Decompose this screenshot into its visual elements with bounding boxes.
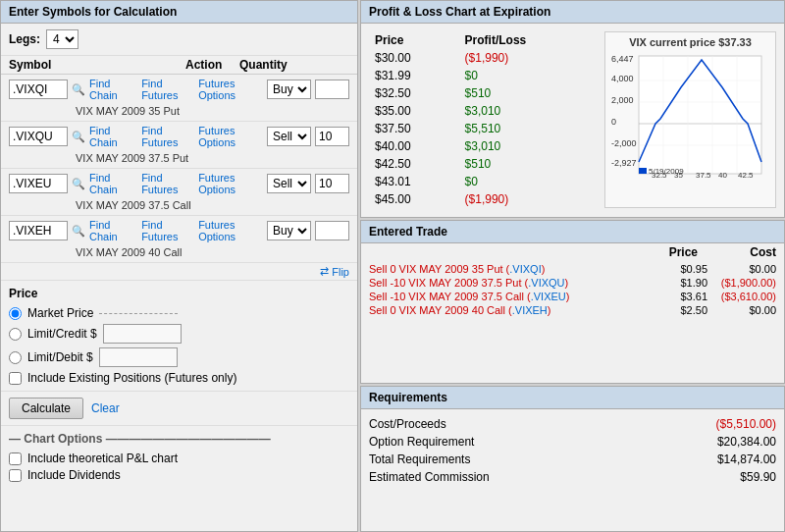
pnl-svg-chart: 6,447 4,000 2,000 0 -2,000 -2,927: [609, 52, 769, 180]
limit-debit-radio[interactable]: [9, 351, 22, 364]
svg-text:6,447: 6,447: [611, 54, 634, 64]
find-futures-link-1[interactable]: Find Futures: [141, 125, 192, 148]
find-chain-link-3[interactable]: Find Chain: [89, 219, 133, 242]
find-futures-link-3[interactable]: Find Futures: [141, 219, 192, 242]
pnl-value-8: ($1,990): [459, 190, 597, 208]
req-row-3: Estimated Commission $59.90: [369, 468, 776, 486]
pnl-value-6: $510: [459, 155, 597, 173]
qty-input-0[interactable]: [315, 80, 349, 99]
pnl-price-8: $45.00: [369, 190, 459, 208]
leg-symbol-input-0[interactable]: [9, 80, 68, 99]
action-select-0[interactable]: Buy Sell: [267, 80, 311, 99]
pnl-row-1: $31.99 $0: [369, 67, 597, 84]
leg-desc-0: VIX MAY 2009 35 Put: [68, 104, 357, 121]
leg-block-0: 🔍 Find Chain Find Futures Futures Option…: [1, 75, 357, 122]
leg-symbol-input-1[interactable]: [9, 127, 68, 146]
chart-options-header: — Chart Options ——————————————: [9, 432, 349, 446]
trade-row-0: Sell 0 VIX MAY 2009 35 Put (.VIXQI) $0.9…: [361, 262, 784, 276]
trade-desc-1: Sell -10 VIX MAY 2009 37.5 Put (.VIXQU): [369, 277, 649, 289]
trade-row-1: Sell -10 VIX MAY 2009 37.5 Put (.VIXQU) …: [361, 276, 784, 290]
market-price-radio[interactable]: [9, 307, 22, 320]
calculate-button[interactable]: Calculate: [9, 398, 83, 419]
qty-input-3[interactable]: [315, 221, 349, 240]
trade-link-3[interactable]: .VIXEH: [512, 304, 548, 316]
leg-row-3: 🔍 Find Chain Find Futures Futures Option…: [1, 216, 357, 245]
find-chain-link-2[interactable]: Find Chain: [89, 172, 133, 195]
trade-link-1[interactable]: .VIXQU: [528, 277, 564, 289]
svg-text:2,000: 2,000: [611, 95, 634, 105]
include-dividends-label: Include Dividends: [27, 468, 121, 482]
limit-debit-input[interactable]: [99, 347, 178, 367]
leg-symbol-input-2[interactable]: [9, 174, 68, 193]
et-spacer: [369, 245, 639, 259]
include-pl-chart-label: Include theoretical P&L chart: [27, 452, 178, 465]
futures-options-link-3[interactable]: Futures Options: [198, 219, 263, 242]
limit-credit-radio[interactable]: [9, 328, 22, 341]
pnl-price-6: $42.50: [369, 155, 459, 173]
pnl-row-0: $30.00 ($1,990): [369, 49, 597, 67]
leg-block-1: 🔍 Find Chain Find Futures Futures Option…: [1, 122, 357, 169]
pnl-price-7: $43.01: [369, 173, 459, 190]
futures-options-link-0[interactable]: Futures Options: [198, 78, 263, 101]
pnl-row-3: $35.00 $3,010: [369, 102, 597, 120]
pnl-value-3: $3,010: [459, 102, 597, 120]
market-price-label: Market Price: [27, 306, 93, 320]
trade-link-2[interactable]: .VIXEU: [531, 291, 566, 302]
trade-desc-3: Sell 0 VIX MAY 2009 40 Call (.VIXEH): [369, 304, 649, 316]
search-icon-1: 🔍: [72, 131, 85, 143]
pnl-value-2: $510: [459, 84, 597, 102]
legs-select[interactable]: 4 1 2 3: [46, 29, 78, 49]
pnl-value-4: $5,510: [459, 120, 597, 137]
leg-block-3: 🔍 Find Chain Find Futures Futures Option…: [1, 216, 357, 263]
svg-text:40: 40: [718, 171, 727, 180]
limit-debit-label: Limit/Debit $: [27, 350, 93, 364]
find-futures-link-2[interactable]: Find Futures: [141, 172, 192, 195]
req-value-1: $20,384.00: [678, 435, 776, 449]
find-futures-link-0[interactable]: Find Futures: [141, 78, 192, 101]
include-dividends-checkbox[interactable]: [9, 469, 22, 482]
pnl-price-2: $32.50: [369, 84, 459, 102]
pnl-price-0: $30.00: [369, 49, 459, 67]
action-select-2[interactable]: Buy Sell: [267, 174, 311, 193]
limit-credit-label: Limit/Credit $: [27, 327, 97, 341]
flip-button[interactable]: ⇄ Flip: [320, 265, 349, 278]
flip-icon: ⇄: [320, 265, 329, 278]
req-label-3: Estimated Commission: [369, 470, 678, 484]
limit-credit-input[interactable]: [103, 324, 182, 344]
trade-link-0[interactable]: .VIXQI: [509, 263, 541, 275]
clear-link[interactable]: Clear: [91, 401, 120, 415]
include-existing-checkbox[interactable]: [9, 372, 22, 385]
find-chain-link-0[interactable]: Find Chain: [89, 78, 133, 101]
include-existing-label: Include Existing Positions (Futures only…: [27, 371, 236, 385]
svg-rect-6: [639, 56, 761, 174]
action-select-1[interactable]: Buy Sell: [267, 127, 311, 146]
pnl-row-5: $40.00 $3,010: [369, 137, 597, 155]
et-cost-header: Cost: [698, 245, 776, 259]
leg-row-0: 🔍 Find Chain Find Futures Futures Option…: [1, 75, 357, 104]
pnl-value-0: ($1,990): [459, 49, 597, 67]
futures-options-link-2[interactable]: Futures Options: [198, 172, 263, 195]
col-action-header: Action: [185, 58, 239, 72]
qty-input-1[interactable]: [315, 127, 349, 146]
trade-price-1: $1.90: [649, 277, 707, 289]
req-value-2: $14,874.00: [678, 452, 776, 466]
trade-desc-2: Sell -10 VIX MAY 2009 37.5 Call (.VIXEU): [369, 291, 649, 302]
action-select-3[interactable]: Buy Sell: [267, 221, 311, 240]
req-value-3: $59.90: [678, 470, 776, 484]
trade-price-2: $3.61: [649, 291, 707, 302]
find-chain-link-1[interactable]: Find Chain: [89, 125, 133, 148]
requirements-title: Requirements: [361, 387, 784, 409]
pnl-chart-box: VIX current price $37.33 6,447 4,000 2,0…: [604, 31, 776, 208]
req-label-0: Cost/Proceeds: [369, 417, 678, 431]
include-pl-chart-checkbox[interactable]: [9, 452, 22, 465]
qty-input-2[interactable]: [315, 174, 349, 193]
pnl-row-4: $37.50 $5,510: [369, 120, 597, 137]
leg-symbol-input-3[interactable]: [9, 221, 68, 240]
req-label-1: Option Requirement: [369, 435, 678, 449]
price-title: Price: [9, 287, 349, 300]
svg-text:5/19/2009: 5/19/2009: [649, 167, 684, 176]
req-label-2: Total Requirements: [369, 452, 678, 466]
et-price-header: Price: [639, 245, 698, 259]
legs-label: Legs:: [9, 32, 40, 46]
futures-options-link-1[interactable]: Futures Options: [198, 125, 263, 148]
